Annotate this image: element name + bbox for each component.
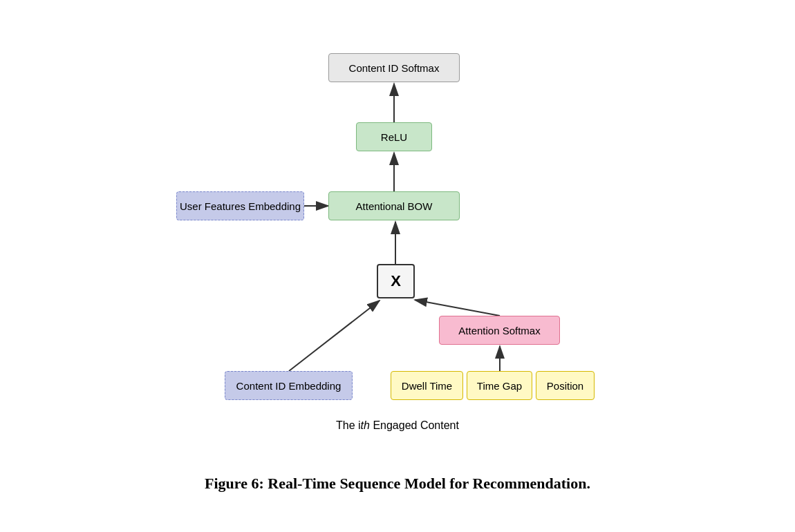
figure-caption: Figure 6: Real-Time Sequence Model for R…	[205, 475, 590, 493]
position-box: Position	[536, 371, 595, 400]
engaged-content-caption: The ith Engaged Content	[294, 419, 501, 432]
time-gap-box: Time Gap	[467, 371, 532, 400]
caption-prefix: The i	[336, 419, 361, 431]
caption-italic: th	[361, 419, 370, 431]
diagram-area: Content ID Softmax ReLU User Features Em…	[121, 32, 674, 461]
relu-box: ReLU	[356, 122, 432, 151]
attention-softmax-box: Attention Softmax	[439, 316, 560, 345]
diagram-container: Content ID Softmax ReLU User Features Em…	[0, 19, 795, 513]
content-id-softmax-box: Content ID Softmax	[328, 53, 460, 82]
attentional-bow-box: Attentional BOW	[328, 191, 460, 220]
user-features-box: User Features Embedding	[176, 191, 304, 220]
content-id-embedding-box: Content ID Embedding	[225, 371, 353, 400]
dwell-time-box: Dwell Time	[391, 371, 463, 400]
svg-line-4	[289, 301, 380, 371]
caption-suffix: Engaged Content	[370, 419, 459, 431]
multiply-box: X	[377, 264, 415, 298]
svg-line-5	[415, 300, 500, 316]
